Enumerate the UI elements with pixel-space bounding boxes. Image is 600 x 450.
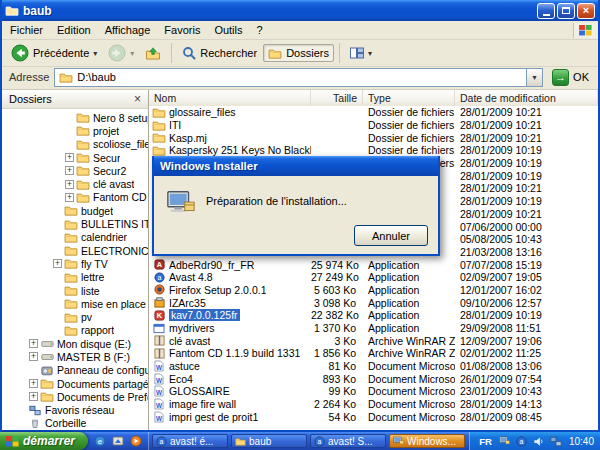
- file-row-mydrivers[interactable]: mydrivers 1 370 Ko Application 29/09/200…: [149, 322, 598, 335]
- file-date: 12/09/2007 19:06: [455, 335, 598, 347]
- tree-item-fly-tv[interactable]: +fly TV: [2, 257, 148, 270]
- file-row-fantom-cd-1-1-9-build-1331[interactable]: Fantom CD 1.1.9 build 1331 1 856 Ko Arch…: [149, 347, 598, 360]
- windows-media-player-icon[interactable]: [129, 435, 143, 447]
- folder-icon: [40, 391, 54, 403]
- tree-item-calendrier[interactable]: calendrier: [2, 231, 148, 244]
- file-row-cle-avast[interactable]: clé avast 3 Ko Archive WinRAR ZIP 12/09/…: [149, 334, 598, 347]
- file-row-firefox-setup-2-0-0-1[interactable]: Firefox Setup 2.0.0.1 5 603 Ko Applicati…: [149, 284, 598, 297]
- expander-icon[interactable]: +: [65, 153, 74, 162]
- column-header-taille[interactable]: Taille: [311, 90, 363, 106]
- file-date: 28/01/2009 10:21: [455, 208, 598, 220]
- column-header-nom[interactable]: Nom: [149, 90, 311, 106]
- maximize-button[interactable]: [557, 3, 575, 19]
- tree-item-lettre[interactable]: lettre: [2, 271, 148, 284]
- tree-item-fantom-cd-1-1-9[interactable]: +Fantom CD 1.1.9: [2, 191, 148, 204]
- column-header-type[interactable]: Type: [363, 90, 455, 106]
- internet-explorer-icon[interactable]: e: [93, 435, 107, 447]
- expander-icon[interactable]: +: [29, 352, 38, 361]
- tree-item-pv[interactable]: pv: [2, 310, 148, 323]
- menu-item-fichier[interactable]: Fichier: [3, 22, 50, 38]
- expander-icon[interactable]: +: [65, 166, 74, 175]
- file-date: 28/01/2009 10:21: [455, 119, 598, 131]
- tree-item-favoris-reseau[interactable]: Favoris réseau: [2, 404, 148, 417]
- folders-button[interactable]: Dossiers: [263, 44, 334, 62]
- views-button[interactable]: ▾: [345, 44, 377, 62]
- dialog-title: Windows Installer: [160, 160, 258, 172]
- file-row-kav7-0-0-125fr[interactable]: K kav7.0.0.125fr 22 382 Ko Application 2…: [149, 309, 598, 322]
- close-button[interactable]: ×: [577, 3, 595, 19]
- tree-item-master-b-f[interactable]: +MASTER B (F:): [2, 350, 148, 363]
- file-row-kasp-mj[interactable]: Kasp.mj Dossier de fichiers 28/01/2009 1…: [149, 131, 598, 144]
- file-row-impri-gest-de-proit1[interactable]: W impri gest de proit1 54 Ko Document Mi…: [149, 411, 598, 424]
- tree-item-liste[interactable]: liste: [2, 284, 148, 297]
- expander-icon[interactable]: +: [65, 180, 74, 189]
- cancel-button[interactable]: Annuler: [354, 225, 428, 246]
- file-row-avast-4-8[interactable]: a Avast 4.8 27 249 Ko Application 02/09/…: [149, 271, 598, 284]
- go-button[interactable]: → OK: [548, 68, 593, 87]
- show-desktop-icon[interactable]: [111, 435, 125, 447]
- file-row-izarc35[interactable]: IZArc35 3 098 Ko Application 09/10/2006 …: [149, 296, 598, 309]
- title-bar[interactable]: baub ×: [2, 0, 598, 21]
- tree-item-documents-partages[interactable]: +Documents partagés: [2, 377, 148, 390]
- avast-icon[interactable]: a: [515, 436, 529, 447]
- tree-item-bulletins-iti-gome[interactable]: BULLETINS ITI-GOME...: [2, 217, 148, 230]
- tree-item-secur2[interactable]: +Secur2: [2, 164, 148, 177]
- menu-item-favoris[interactable]: Favoris: [157, 22, 207, 38]
- dialog-title-bar[interactable]: Windows Installer: [154, 156, 438, 176]
- forward-button[interactable]: ▾: [103, 44, 139, 62]
- column-header-date-de-modification[interactable]: Date de modification: [455, 90, 598, 106]
- file-row-kaspersky-251-keys-no-blackli[interactable]: Kaspersky 251 Keys No Blackli... Dossier…: [149, 144, 598, 157]
- language-indicator[interactable]: FR: [477, 436, 494, 447]
- expander-icon[interactable]: +: [65, 193, 74, 202]
- taskbar-task-avast-e[interactable]: aavast! é...: [152, 434, 228, 448]
- network-icon[interactable]: [549, 436, 563, 447]
- tree-item-panneau-de-configuration[interactable]: Panneau de configuration: [2, 364, 148, 377]
- tree-item-mise-en-place[interactable]: mise en place: [2, 297, 148, 310]
- file-row-astuce[interactable]: W astuce 81 Ko Document Microsoft... 01/…: [149, 360, 598, 373]
- search-button[interactable]: Rechercher: [177, 44, 262, 62]
- file-row-glossaire[interactable]: W GLOSSAIRE 99 Ko Document Microsoft... …: [149, 385, 598, 398]
- folder-icon: [64, 324, 78, 336]
- taskbar-task-windows[interactable]: Windows...: [389, 434, 465, 448]
- up-button[interactable]: [140, 44, 166, 62]
- folders-pane-close-icon[interactable]: ×: [131, 93, 144, 105]
- tree-item-documents-de-prefet[interactable]: +Documents de Prefet: [2, 390, 148, 403]
- column-headers: NomTailleTypeDate de modification: [149, 90, 598, 106]
- file-row-iti[interactable]: ITI Dossier de fichiers 28/01/2009 10:21: [149, 119, 598, 132]
- volume-icon[interactable]: [532, 436, 546, 447]
- tree-item-budget[interactable]: budget: [2, 204, 148, 217]
- menu-item-edition[interactable]: Edition: [50, 22, 98, 38]
- menu-item-outils[interactable]: Outils: [207, 22, 249, 38]
- back-dropdown-icon[interactable]: ▾: [93, 49, 97, 58]
- address-input[interactable]: D:\baub ▾: [54, 68, 543, 87]
- file-row-eco4[interactable]: W Eco4 893 Ko Document Microsoft... 26/0…: [149, 372, 598, 385]
- file-row-image-fire-wall[interactable]: W image fire wall 2 264 Ko Document Micr…: [149, 398, 598, 411]
- expander-icon[interactable]: +: [29, 339, 38, 348]
- tree-item-nero-8-setup[interactable]: Nero 8 setup: [2, 111, 148, 124]
- file-type: Application: [363, 271, 455, 283]
- tree-item-mon-disque-e[interactable]: +Mon disque (E:): [2, 337, 148, 350]
- back-button[interactable]: Précédente ▾: [6, 44, 102, 62]
- expander-icon[interactable]: +: [29, 379, 38, 388]
- file-row-adberdr90-fr-fr[interactable]: A AdbeRdr90_fr_FR 25 974 Ko Application …: [149, 258, 598, 271]
- tree-item-scoliose-files[interactable]: scoliose_files: [2, 138, 148, 151]
- tree-item-cle-avast[interactable]: +clé avast: [2, 177, 148, 190]
- expander-icon[interactable]: +: [29, 392, 38, 401]
- taskbar-task-baub[interactable]: baub: [231, 434, 307, 448]
- taskbar-task-avast-s[interactable]: aavast! S...: [310, 434, 386, 448]
- tree-item-electronic-benchm[interactable]: ELECTRONIC BENCHM...: [2, 244, 148, 257]
- installer-small-icon[interactable]: [498, 436, 512, 447]
- address-dropdown-button[interactable]: ▾: [526, 69, 542, 86]
- menu-item-item[interactable]: ?: [250, 22, 270, 38]
- file-name: impri gest de proit1: [169, 411, 258, 423]
- tree-item-projet[interactable]: projet: [2, 124, 148, 137]
- tree-item-rapport[interactable]: rapport: [2, 324, 148, 337]
- expander-icon[interactable]: +: [53, 259, 62, 268]
- views-icon: [350, 47, 364, 59]
- menu-item-affichage[interactable]: Affichage: [98, 22, 158, 38]
- minimize-button[interactable]: [537, 3, 555, 19]
- tree-item-secur[interactable]: +Secur: [2, 151, 148, 164]
- file-row-glossaire-files[interactable]: glossaire_files Dossier de fichiers 28/0…: [149, 106, 598, 119]
- tree-item-corbeille[interactable]: Corbeille: [2, 417, 148, 430]
- start-button[interactable]: démarrer: [0, 432, 88, 450]
